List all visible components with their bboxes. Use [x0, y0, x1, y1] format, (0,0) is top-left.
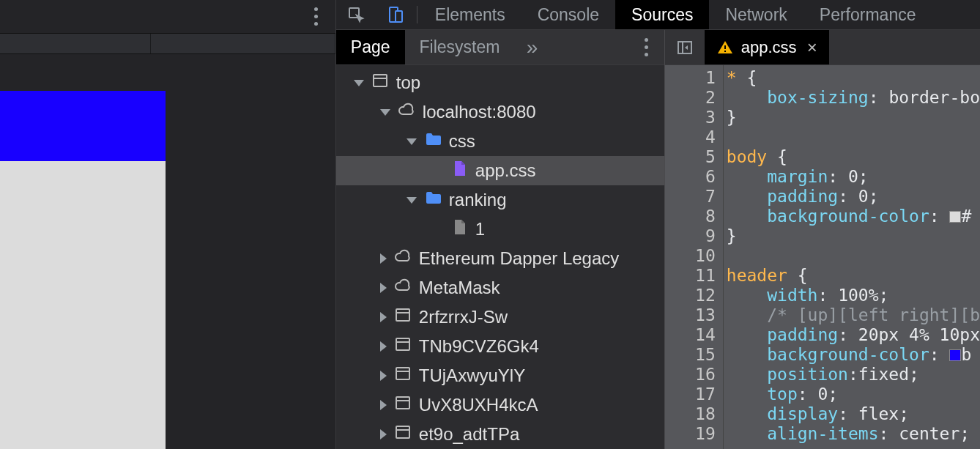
- tree-item[interactable]: TNb9CVZ6Gk4: [336, 332, 664, 361]
- devtools-panel: ElementsConsoleSourcesNetworkPerformance…: [335, 0, 980, 449]
- disclosure-triangle-icon[interactable]: [380, 400, 387, 410]
- editor-tabs: app.css ×: [665, 30, 980, 65]
- disclosure-triangle-icon[interactable]: [407, 138, 417, 145]
- tree-item-label: 1: [475, 219, 485, 240]
- svg-rect-5: [396, 309, 409, 321]
- disclosure-triangle-icon[interactable]: [380, 283, 387, 293]
- svg-rect-17: [724, 45, 726, 49]
- color-swatch[interactable]: [949, 349, 961, 361]
- svg-rect-2: [396, 11, 402, 22]
- tree-item-label: ranking: [449, 190, 507, 210]
- tree-item-label: 2rfzrrxJ-Sw: [419, 307, 508, 327]
- disclosure-triangle-icon[interactable]: [380, 109, 390, 116]
- frame-icon: [394, 365, 412, 387]
- page-preview: [0, 0, 335, 449]
- devtools-tab-sources[interactable]: Sources: [615, 0, 709, 29]
- tree-item[interactable]: TUjAxwyuYlY: [336, 361, 664, 390]
- tree-item[interactable]: UvX8UXH4kcA: [336, 390, 664, 420]
- preview-url-cell[interactable]: [0, 34, 151, 53]
- tree-item[interactable]: 2rfzrrxJ-Sw: [336, 303, 664, 332]
- tree-item-label: et9o_adtTPa: [419, 424, 519, 445]
- disclosure-triangle-icon[interactable]: [407, 197, 417, 204]
- frame-icon: [394, 335, 412, 357]
- tree-item[interactable]: top: [336, 68, 664, 97]
- preview-address-bar: [0, 34, 335, 54]
- cloud-icon: [394, 277, 412, 299]
- toggle-device-icon[interactable]: [376, 0, 415, 29]
- tree-item[interactable]: app.css: [336, 156, 664, 185]
- preview-url-cell[interactable]: [151, 34, 335, 53]
- devtools-tab-console[interactable]: Console: [521, 0, 615, 29]
- disclosure-triangle-icon[interactable]: [380, 312, 387, 322]
- disclosure-triangle-icon[interactable]: [380, 429, 387, 439]
- overflow-icon[interactable]: »: [514, 30, 549, 64]
- tree-item[interactable]: 1: [336, 215, 664, 244]
- tree-item[interactable]: localhost:8080: [336, 97, 664, 127]
- cloud-icon: [394, 248, 412, 270]
- tree-item-label: top: [396, 73, 420, 93]
- editor-tab-active[interactable]: app.css ×: [705, 30, 829, 64]
- preview-page-header: [0, 91, 166, 161]
- tree-item-label: UvX8UXH4kcA: [419, 395, 538, 415]
- tree-item-label: css: [449, 131, 475, 152]
- svg-rect-11: [396, 397, 409, 409]
- inspect-element-icon[interactable]: [336, 0, 376, 29]
- file-icon: [450, 218, 468, 240]
- tree-item-label: TNb9CVZ6Gk4: [419, 336, 539, 357]
- preview-page: [0, 91, 166, 449]
- tree-item-label: MetaMask: [419, 278, 500, 298]
- tree-item[interactable]: MetaMask: [336, 273, 664, 303]
- svg-rect-3: [374, 75, 387, 86]
- tree-item[interactable]: css: [336, 127, 664, 156]
- folder-icon: [424, 130, 442, 152]
- navigator-tab-filesystem[interactable]: Filesystem: [405, 30, 515, 64]
- preview-toolbar: [0, 0, 335, 34]
- toggle-navigator-icon[interactable]: [665, 30, 705, 64]
- kebab-icon[interactable]: [314, 7, 318, 26]
- tree-item[interactable]: ranking: [336, 185, 664, 215]
- tree-item[interactable]: Ethereum Dapper Legacy: [336, 244, 664, 273]
- line-gutter: 12345678910111213141516171819: [665, 65, 724, 449]
- editor-tab-label: app.css: [741, 38, 797, 57]
- kebab-icon[interactable]: [629, 30, 664, 64]
- disclosure-triangle-icon[interactable]: [380, 253, 387, 264]
- color-swatch[interactable]: [949, 211, 961, 223]
- close-icon[interactable]: ×: [807, 37, 817, 58]
- tree-item-label: Ethereum Dapper Legacy: [419, 248, 620, 269]
- warning-icon: [716, 39, 734, 56]
- svg-rect-9: [396, 368, 409, 379]
- devtools-tab-elements[interactable]: Elements: [419, 0, 521, 29]
- devtools-tab-network[interactable]: Network: [709, 0, 803, 29]
- frame-icon: [371, 72, 389, 94]
- svg-rect-13: [396, 426, 409, 438]
- tree-item-label: TUjAxwyuYlY: [419, 365, 525, 386]
- disclosure-triangle-icon[interactable]: [380, 341, 387, 352]
- tree-item[interactable]: et9o_adtTPa: [336, 420, 664, 449]
- devtools-tabs: ElementsConsoleSourcesNetworkPerformance: [336, 0, 980, 30]
- file-tree: toplocalhost:8080cssapp.cssranking1Ether…: [336, 65, 664, 449]
- disclosure-triangle-icon[interactable]: [354, 80, 364, 86]
- folder-icon: [424, 189, 442, 211]
- navigator-tabs: PageFilesystem »: [336, 30, 664, 65]
- disclosure-triangle-icon[interactable]: [380, 371, 387, 381]
- code-editor[interactable]: 12345678910111213141516171819 * { box-si…: [665, 65, 980, 449]
- devtools-tab-performance[interactable]: Performance: [803, 0, 932, 29]
- cssfile-icon: [450, 160, 468, 182]
- navigator-tab-page[interactable]: Page: [336, 30, 405, 64]
- svg-rect-7: [396, 338, 409, 350]
- frame-icon: [394, 394, 412, 416]
- tree-item-label: app.css: [475, 160, 536, 181]
- frame-icon: [394, 306, 412, 328]
- sources-navigator: PageFilesystem » toplocalhost:8080cssapp…: [336, 30, 665, 449]
- preview-viewport: [0, 54, 335, 449]
- editor-panel: app.css × 12345678910111213141516171819 …: [665, 30, 980, 449]
- tree-item-label: localhost:8080: [423, 102, 536, 122]
- frame-icon: [394, 423, 412, 445]
- cloud-icon: [398, 101, 415, 123]
- code-content[interactable]: * { box-sizing: border-bo} body { margin…: [724, 65, 980, 449]
- svg-rect-18: [724, 51, 726, 52]
